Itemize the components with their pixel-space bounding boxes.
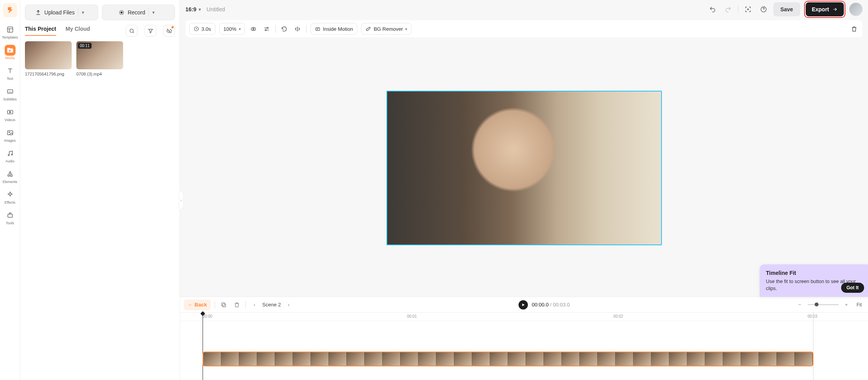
timeline-ruler[interactable]: 00:00 00:01 00:02 00:03 [180, 313, 868, 321]
sidebar-item-label: Elements [3, 180, 18, 184]
track[interactable] [203, 352, 813, 367]
sidebar-item-subtitles[interactable]: Subtitles [2, 84, 19, 103]
timeline-fit-tooltip: Timeline Fit Use the fit to screen butto… [760, 264, 868, 297]
image-icon [5, 127, 16, 138]
tab-this-project[interactable]: This Project [25, 26, 56, 36]
zoom-out-button[interactable]: − [795, 300, 804, 310]
sliders-icon [263, 26, 270, 32]
sidebar-item-label: Images [4, 139, 16, 142]
eye-off-icon [166, 28, 172, 34]
record-button[interactable]: Record ▾ [102, 5, 175, 20]
sidebar-item-label: Templates [2, 35, 18, 39]
delete-button[interactable] [232, 300, 242, 310]
filter-button[interactable] [145, 25, 156, 37]
sidebar-item-templates[interactable]: Templates [2, 22, 19, 41]
focus-button[interactable] [742, 4, 754, 15]
scene-label: Scene 2 [262, 302, 281, 308]
time-display: 00:00.0 / 00:03.0 [532, 302, 570, 308]
sidebar-item-images[interactable]: Images [2, 125, 19, 144]
sidebar-item-label: Subtitles [3, 97, 17, 101]
subtitles-icon [5, 86, 16, 97]
hide-used-button[interactable] [163, 25, 175, 37]
save-button[interactable]: Save [773, 2, 800, 16]
back-button[interactable]: ← Back [184, 299, 211, 310]
media-item[interactable]: 1721705641796.png [25, 41, 72, 76]
sidebar-item-label: Effects [5, 201, 15, 204]
fit-button[interactable]: Fit [854, 301, 864, 309]
zoom-slider[interactable] [808, 304, 839, 305]
upload-icon [35, 9, 41, 16]
sidebar-item-label: Audio [5, 159, 14, 163]
search-button[interactable] [126, 25, 138, 37]
time-current: 00:00.0 [532, 302, 549, 308]
copy-button[interactable] [219, 300, 228, 310]
sidebar-item-media[interactable]: Media [2, 42, 19, 62]
timeline[interactable]: 00:00 00:01 00:02 00:03 [180, 312, 868, 380]
delete-clip-button[interactable] [849, 24, 859, 33]
ruler-tick: 00:01 [407, 314, 417, 318]
rotate-button[interactable] [280, 24, 289, 33]
sidebar-item-audio[interactable]: Audio [2, 146, 19, 165]
clock-icon [194, 26, 199, 32]
sidebar-item-effects[interactable]: Effects [2, 187, 19, 206]
help-icon [760, 6, 767, 13]
aspect-ratio-selector[interactable]: 16:9 ▾ [185, 6, 201, 12]
media-thumbnail [25, 41, 72, 69]
video-clip[interactable] [203, 352, 813, 366]
flip-button[interactable] [293, 24, 302, 33]
sidebar-item-videos[interactable]: Videos [2, 104, 19, 123]
chevron-down-icon[interactable]: ▾ [148, 8, 159, 17]
sidebar-item-label: Videos [5, 118, 15, 122]
end-marker [813, 313, 813, 380]
media-item[interactable]: 00:11 0708 (3).mp4 [76, 41, 123, 76]
sparkle-icon [5, 189, 16, 200]
help-button[interactable] [758, 4, 769, 15]
svg-point-7 [8, 175, 10, 177]
template-icon [5, 24, 16, 35]
aspect-label: 16:9 [185, 6, 196, 12]
user-avatar[interactable] [849, 3, 863, 16]
trash-icon [234, 302, 240, 308]
ruler-tick: 00:03 [808, 314, 817, 318]
chevron-down-icon[interactable]: ▾ [78, 8, 88, 17]
search-icon [129, 28, 135, 34]
flip-icon [294, 26, 301, 32]
duration-value: 3.0s [201, 26, 211, 32]
redo-button[interactable] [722, 4, 734, 15]
ruler-tick: 00:02 [614, 314, 623, 318]
prev-scene-button[interactable]: ‹ [250, 300, 259, 310]
duration-control[interactable]: 3.0s [189, 23, 215, 35]
undo-button[interactable] [707, 4, 718, 15]
back-label: Back [194, 302, 207, 308]
zoom-control[interactable]: 100% ▾ [219, 23, 245, 35]
sidebar-item-text[interactable]: Text [2, 63, 19, 82]
svg-point-19 [265, 29, 266, 30]
video-icon [5, 107, 16, 118]
preview-canvas[interactable] [386, 91, 662, 245]
export-highlight: Export [804, 1, 845, 18]
sidebar-item-tools[interactable]: Tools [2, 208, 19, 227]
tab-my-cloud[interactable]: My Cloud [65, 26, 90, 36]
upload-files-button[interactable]: Upload Files ▾ [25, 5, 98, 20]
play-button[interactable] [519, 300, 528, 310]
sidebar-item-label: Tools [6, 221, 14, 225]
filter-effect-button[interactable] [249, 24, 258, 33]
next-scene-button[interactable]: › [284, 300, 293, 310]
sidebar-item-elements[interactable]: Elements [2, 166, 19, 185]
bg-remover-button[interactable]: BG Remover ▾ [361, 23, 411, 35]
chevron-down-icon: ▾ [199, 7, 201, 12]
text-icon [5, 65, 16, 76]
inside-motion-button[interactable]: Inside Motion [311, 23, 357, 35]
zoom-in-button[interactable]: + [842, 300, 851, 310]
got-it-button[interactable]: Got It [841, 283, 864, 293]
redo-icon [725, 6, 732, 13]
app-logo[interactable] [3, 3, 17, 17]
chevron-down-icon: ▾ [239, 27, 241, 31]
project-title-input[interactable] [206, 6, 275, 12]
media-filename: 0708 (3).mp4 [76, 72, 123, 76]
inside-motion-label: Inside Motion [323, 26, 353, 32]
focus-icon [745, 6, 752, 13]
playhead[interactable] [203, 313, 203, 380]
export-button[interactable]: Export [806, 2, 844, 16]
adjust-button[interactable] [262, 24, 272, 33]
